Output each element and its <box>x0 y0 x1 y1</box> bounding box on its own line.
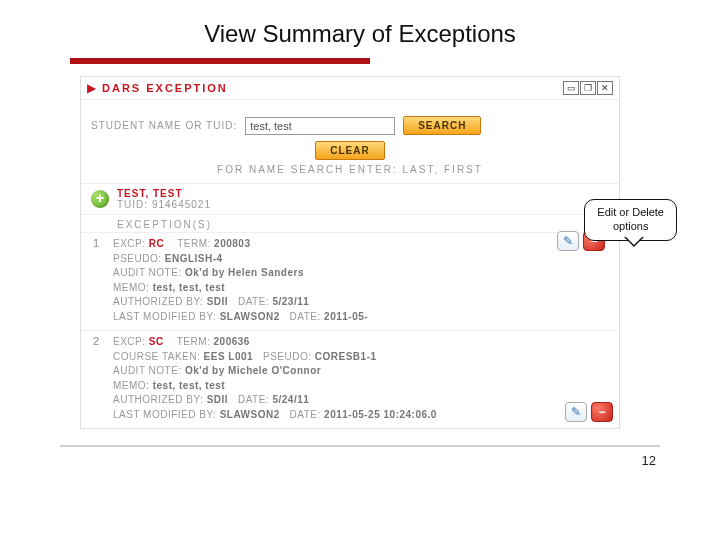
collapse-arrow-icon[interactable]: ▶ <box>87 82 96 94</box>
auth-by-value: SDII <box>207 296 228 307</box>
pseudo-value: ENGLISH-4 <box>165 253 223 264</box>
search-hint: FOR NAME SEARCH ENTER: LAST, FIRST <box>81 164 619 183</box>
edit-icon[interactable]: ✎ <box>557 231 579 251</box>
exception-item: 1 EXCP: RC TERM: 200803 PSEUDO: ENGLISH-… <box>81 232 619 330</box>
footer-divider <box>60 445 660 447</box>
last-date-label: DATE: <box>290 311 321 322</box>
search-button[interactable]: SEARCH <box>403 116 481 135</box>
title-underline <box>70 58 370 64</box>
term-label: TERM: <box>177 238 211 249</box>
last-by-value: SLAWSON2 <box>220 311 280 322</box>
search-label: STUDENT NAME OR TUID: <box>91 120 237 131</box>
last-date-label: DATE: <box>290 409 321 420</box>
term-value: 200803 <box>214 238 250 249</box>
audit-note-value: Ok'd by Michele O'Connor <box>185 365 321 376</box>
panel-header: ▶ DARS EXCEPTION ▭ ❐ ✕ <box>81 77 619 100</box>
last-by-label: LAST MODIFIED BY: <box>113 311 216 322</box>
dars-exception-panel: ▶ DARS EXCEPTION ▭ ❐ ✕ STUDENT NAME OR T… <box>80 76 620 429</box>
auth-by-label: AUTHORIZED BY: <box>113 296 203 307</box>
pseudo-value: CORESB1-1 <box>315 351 377 362</box>
callout-line1: Edit or Delete <box>597 206 664 220</box>
pseudo-label: PSEUDO: <box>263 351 312 362</box>
course-taken-value: EES L001 <box>204 351 254 362</box>
callout-line2: options <box>597 220 664 234</box>
excp-label: EXCP: <box>113 336 146 347</box>
excp-label: EXCP: <box>113 238 146 249</box>
exception-number: 2 <box>93 335 105 422</box>
student-row: + TEST, TEST TUID: 914645021 <box>81 183 619 214</box>
memo-label: MEMO: <box>113 380 149 391</box>
panel-title: DARS EXCEPTION <box>102 82 228 94</box>
auth-date-label: DATE: <box>238 296 269 307</box>
add-icon[interactable]: + <box>91 190 109 208</box>
last-by-label: LAST MODIFIED BY: <box>113 409 216 420</box>
pseudo-label: PSEUDO: <box>113 253 162 264</box>
audit-note-value: Ok'd by Helen Sanders <box>185 267 304 278</box>
memo-label: MEMO: <box>113 282 149 293</box>
auth-date-value: 5/23/11 <box>272 296 309 307</box>
exception-item: 2 EXCP: SC TERM: 200636 COURSE TAKEN: EE… <box>81 330 619 428</box>
last-by-value: SLAWSON2 <box>220 409 280 420</box>
edit-delete-callout: Edit or Delete options <box>584 199 677 241</box>
edit-icon[interactable]: ✎ <box>565 402 587 422</box>
auth-by-label: AUTHORIZED BY: <box>113 394 203 405</box>
window-controls: ▭ ❐ ✕ <box>563 81 613 95</box>
student-search-input[interactable] <box>245 117 395 135</box>
page-number: 12 <box>60 453 660 468</box>
close-button[interactable]: ✕ <box>597 81 613 95</box>
memo-value: test, test, test <box>153 282 225 293</box>
minimize-button[interactable]: ▭ <box>563 81 579 95</box>
maximize-button[interactable]: ❐ <box>580 81 596 95</box>
tuid-value: 914645021 <box>152 199 211 210</box>
tuid-label: TUID: <box>117 199 148 210</box>
term-value: 200636 <box>214 336 250 347</box>
clear-button[interactable]: CLEAR <box>315 141 384 160</box>
auth-date-label: DATE: <box>238 394 269 405</box>
audit-note-label: AUDIT NOTE: <box>113 365 182 376</box>
course-taken-label: COURSE TAKEN: <box>113 351 200 362</box>
last-date-value: 2011-05-25 10:24:06.0 <box>324 409 437 420</box>
last-date-value: 2011-05- <box>324 311 368 322</box>
excp-value: RC <box>149 238 164 249</box>
auth-by-value: SDII <box>207 394 228 405</box>
exception-number: 1 <box>93 237 105 324</box>
search-row: STUDENT NAME OR TUID: SEARCH <box>81 100 619 141</box>
slide-title: View Summary of Exceptions <box>60 20 660 48</box>
term-label: TERM: <box>177 336 211 347</box>
auth-date-value: 5/24/11 <box>272 394 309 405</box>
delete-icon[interactable]: − <box>591 402 613 422</box>
audit-note-label: AUDIT NOTE: <box>113 267 182 278</box>
exceptions-section-label: EXCEPTION(S) <box>81 214 619 232</box>
student-name: TEST, TEST <box>117 188 211 199</box>
memo-value: test, test, test <box>153 380 225 391</box>
excp-value: SC <box>149 336 164 347</box>
